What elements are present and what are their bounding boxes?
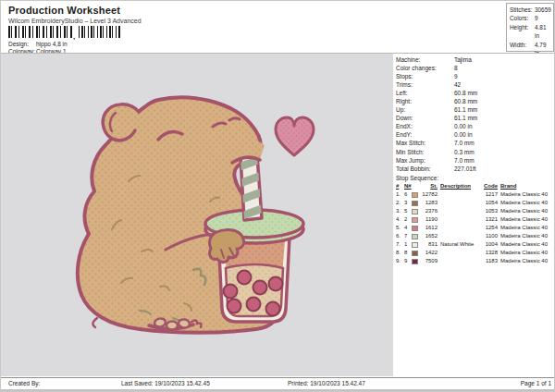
machine-stat-row: Min Stitch: 0.3 mm — [393, 148, 555, 156]
machine-stat-value: 9 — [454, 72, 555, 80]
machine-stat-label: Right: — [396, 97, 454, 105]
design-label: Design: — [8, 41, 36, 47]
thread-brand: Madeira Classic 40 — [500, 249, 555, 257]
machine-stat-row: Trims: 42 — [393, 80, 555, 89]
machine-stat-label: Stops: — [396, 72, 454, 80]
stop-stitch-count: 7509 — [417, 257, 438, 265]
page-title: Production Worksheet — [8, 5, 120, 16]
tail-curl — [92, 318, 97, 327]
machine-stat-row: Right: 60.8 mm — [393, 97, 555, 105]
col-description: Description — [440, 182, 482, 190]
machine-stat-row: Down: 61.1 mm — [393, 114, 555, 122]
col-code: Code — [478, 182, 498, 190]
stop-stitch-count: 1422 — [417, 249, 438, 257]
thread-code: 1217 — [478, 190, 498, 199]
design-stats-box: Stitches: 30659 Colors: 9 Height: 4.81 i… — [506, 3, 554, 52]
app-subtitle: Wilcom EmbroideryStudio – Level 3 Advanc… — [8, 18, 142, 24]
machine-stat-label: Min Stitch: — [396, 148, 454, 156]
thread-brand: Madeira Classic 40 — [500, 207, 555, 215]
machine-stat-value: 7.0 mm — [454, 139, 555, 147]
stop-row: 1. 6 12782 1217 Madeira Classic 40 — [393, 190, 555, 199]
stop-seq: 3. — [396, 207, 404, 215]
stop-row: 5. 4 1612 1254 Madeira Classic 40 — [393, 224, 555, 232]
machine-stat-value: 61.1 mm — [454, 114, 555, 122]
page-number: Page 1 of 1 — [521, 380, 551, 386]
col-needle: N# — [404, 182, 413, 190]
design-name-row: Design: hippo 4,8 in — [8, 41, 68, 47]
machine-stat-label: EndY: — [396, 130, 454, 139]
stat-row: Colors: 9 — [507, 14, 553, 22]
machine-stat-value: 0.00 in — [454, 122, 555, 130]
stop-row: 2. 3 1283 1054 Madeira Classic 40 — [393, 199, 555, 207]
machine-stat-label: EndX: — [396, 122, 454, 130]
stop-sequence-title: Stop Sequence: — [393, 174, 555, 182]
stop-stitch-count: 1283 — [417, 199, 438, 207]
barcode — [8, 26, 73, 38]
machine-stat-value: 42 — [454, 80, 555, 89]
capybara-ear — [103, 104, 139, 141]
thread-code: 1328 — [478, 249, 498, 257]
machine-info-list: Machine: Tajima Color changes: 8 Stops: … — [393, 55, 555, 173]
thread-brand: Madeira Classic 40 — [500, 215, 555, 224]
stat-row: Stitches: 30659 — [507, 6, 553, 14]
thread-code: 1004 — [478, 240, 498, 249]
thread-code: 1321 — [478, 215, 498, 224]
last-saved-label: Last Saved: 19/10/2023 15.42.45 — [121, 380, 210, 386]
machine-stat-value: 0.00 in — [454, 130, 555, 139]
thread-code: 1183 — [478, 257, 498, 265]
machine-stat-row: Machine: Tajima — [393, 55, 555, 64]
stop-seq: 9. — [396, 257, 404, 265]
created-by-label: Created By: — [8, 380, 40, 386]
printed-label: Printed: 19/10/2023 15.42.47 — [288, 380, 365, 386]
thread-code: 1054 — [478, 199, 498, 207]
stop-row: 4. 2 1190 1321 Madeira Classic 40 — [393, 215, 555, 224]
machine-stat-row: Stops: 9 — [393, 72, 555, 80]
machine-stat-row: Up: 61.1 mm — [393, 105, 555, 114]
stop-stitch-count: 1190 — [417, 215, 438, 224]
footer-divider — [1, 377, 555, 378]
thread-code: 1100 — [478, 232, 498, 240]
thread-code: 1053 — [478, 207, 498, 215]
stat-label: Stitches: — [510, 6, 535, 14]
stat-label: Colors: — [510, 14, 535, 22]
heart-icon — [276, 117, 314, 155]
stat-value: 4.81 in — [535, 23, 551, 41]
thread-code: 1254 — [478, 224, 498, 232]
machine-stat-value: 8 — [454, 64, 555, 72]
stat-value: 9 — [535, 14, 551, 22]
stop-sequence-rows: 1. 6 12782 1217 Madeira Classic 40 2. 3 … — [393, 190, 555, 265]
stat-value: 30659 — [535, 6, 551, 14]
stop-seq: 8. — [396, 249, 404, 257]
machine-stat-row: Left: 60.8 mm — [393, 89, 555, 97]
col-seq: # — [396, 182, 404, 190]
machine-stat-label: Color changes: — [396, 64, 454, 72]
stop-seq: 2. — [396, 199, 404, 207]
barcode — [79, 26, 121, 38]
machine-stat-value: 61.1 mm — [454, 105, 555, 114]
stop-sequence-header: # N# St. Description Code Brand — [393, 182, 555, 190]
stop-seq: 6. — [396, 232, 404, 240]
col-brand: Brand — [500, 182, 555, 190]
thread-brand: Madeira Classic 40 — [500, 199, 555, 207]
design-value: hippo 4,8 in — [36, 41, 68, 47]
machine-stat-label: Down: — [396, 114, 454, 122]
thread-brand: Madeira Classic 40 — [500, 190, 555, 199]
machine-stat-value: 0.3 mm — [454, 148, 555, 156]
stop-seq: 4. — [396, 215, 404, 224]
machine-stat-value: 227.01ft — [454, 165, 555, 173]
machine-stat-value: Tajima — [454, 55, 555, 64]
embroidery-preview — [1, 54, 393, 376]
machine-stat-row: Max Stitch: 7.0 mm — [393, 139, 555, 147]
thread-brand: Madeira Classic 40 — [500, 232, 555, 240]
barcode-separator: , — [73, 32, 75, 41]
col-stitches: St. — [417, 182, 438, 190]
machine-stat-label: Total Bobbin: — [396, 165, 454, 173]
thread-brand: Madeira Classic 40 — [500, 240, 555, 249]
machine-stat-row: EndX: 0.00 in — [393, 122, 555, 130]
machine-stat-label: Left: — [396, 89, 454, 97]
capybara-boba-artwork — [1, 54, 393, 376]
stop-seq: 1. — [396, 190, 404, 199]
machine-stat-row: Max Jump: 7.0 mm — [393, 156, 555, 165]
machine-stat-row: EndY: 0.00 in — [393, 130, 555, 139]
stop-row: 3. 5 2376 1053 Madeira Classic 40 — [393, 207, 555, 215]
